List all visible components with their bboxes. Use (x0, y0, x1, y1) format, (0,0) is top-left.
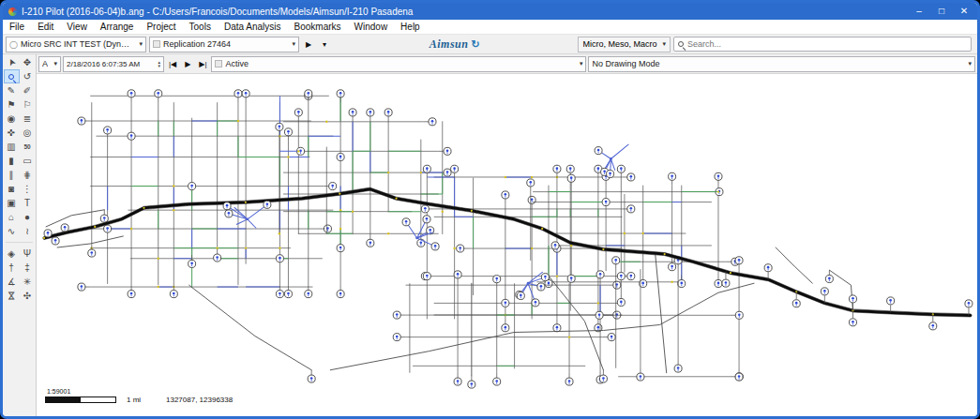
scenario-select[interactable]: ◯ Micro SRC INT TEST (Dynamic Scenario I… (6, 37, 146, 52)
model-level-label: Micro, Meso, Macro (582, 39, 656, 49)
text-tool[interactable]: T (20, 196, 36, 210)
rotate-tool[interactable]: ↺ (20, 69, 36, 83)
menu-item-arrange[interactable]: Arrange (94, 20, 141, 34)
bus-stop-tool[interactable]: ▭ (20, 154, 36, 168)
vertex-tool-icon: ✐ (23, 85, 31, 96)
grid-lines-tool[interactable]: ⋕ (20, 168, 36, 182)
speed-limit-50-tool[interactable]: 50 (20, 140, 36, 154)
polygon-tool[interactable]: ⌂ (4, 210, 20, 224)
skip-back-icon: |◀ (169, 60, 176, 68)
curve-tool[interactable]: ≀ (20, 224, 36, 238)
camera-tool[interactable]: ◙ (4, 182, 20, 196)
lane-tool-icon: ≣ (23, 113, 31, 124)
datetime-stepper[interactable]: 2/18/2016 6:07:35 AM ▴ ▾ (63, 56, 164, 72)
simulation-toolbar: A ▾ 2/18/2016 6:07:35 AM ▴ ▾ |◀ ▶ (37, 54, 977, 74)
pin-tool[interactable]: † (4, 261, 20, 275)
replication-select[interactable]: Replication 27464 ▾ (149, 37, 299, 52)
run-simulation-button[interactable]: ▶ (302, 37, 315, 52)
play-button[interactable]: ▶ (181, 56, 194, 72)
star-tool[interactable]: ✳ (20, 275, 36, 289)
lane-tool[interactable]: ≣ (20, 112, 36, 126)
pan-tool[interactable]: ✥ (20, 55, 36, 69)
datetime-value: 2/18/2016 6:07:35 AM (67, 60, 140, 68)
hourglass-tool-icon: ⋈ (7, 292, 17, 301)
menu-item-project[interactable]: Project (140, 20, 182, 34)
polyline-tool[interactable]: ∿ (4, 224, 20, 238)
skip-to-end-button[interactable]: ▶| (196, 56, 209, 72)
drawing-mode-label: No Drawing Mode (592, 59, 659, 68)
centroid-tool[interactable]: ◉ (4, 112, 20, 126)
vertex-tool[interactable]: ✐ (20, 83, 36, 97)
layer-tool[interactable]: ▣ (4, 196, 20, 210)
play-icon: ▶ (306, 40, 311, 49)
spread-tool[interactable]: ✣ (20, 289, 36, 303)
select-tool[interactable]: ➤ (4, 55, 20, 69)
menu-item-bookmarks[interactable]: Bookmarks (288, 20, 348, 34)
model-level-select[interactable]: Micro, Meso, Macro ▾ (578, 37, 671, 52)
app-icon (8, 7, 17, 16)
fork-tool[interactable]: Ψ (20, 247, 36, 261)
drawing-mode-select[interactable]: No Drawing Mode ▾ (588, 56, 975, 72)
cursor-coordinates: 1327087, 12396338 (166, 396, 233, 404)
curve-tool-icon: ≀ (25, 226, 29, 236)
subnetwork-tool[interactable]: ◈ (4, 247, 20, 261)
signal-tool[interactable]: ⋮ (20, 182, 36, 196)
play-icon: ▶ (185, 60, 190, 68)
angle-tool[interactable]: ∡ (4, 275, 20, 289)
meter-tool[interactable]: ▥ (4, 140, 20, 154)
speed-limit-50-tool-icon: 50 (23, 143, 30, 150)
detector-tool[interactable]: ∥ (4, 168, 20, 182)
minimize-button[interactable]: – (908, 4, 930, 19)
logo-zone: Aimsun ↻ (334, 37, 575, 52)
menu-item-help[interactable]: Help (394, 20, 427, 34)
flag-outline-tool[interactable]: ⚐ (20, 97, 36, 112)
select-tool-icon: ➤ (5, 56, 18, 67)
flag-tool[interactable]: ⚑ (4, 97, 20, 112)
pen-tool[interactable]: ✎ (4, 83, 20, 97)
ellipse-tool[interactable]: ● (20, 210, 36, 224)
camera-tool-icon: ◙ (8, 184, 14, 194)
scale-bar-empty (81, 397, 116, 403)
maximize-button[interactable]: □ (930, 4, 953, 19)
menu-item-tools[interactable]: Tools (183, 20, 218, 34)
chevron-down-icon: ▾ (51, 60, 57, 67)
chevron-down-icon: ▾ (965, 60, 972, 67)
menu-item-data-analysis[interactable]: Data Analysis (218, 20, 288, 34)
annotation-style-select[interactable]: A ▾ (38, 56, 61, 72)
hourglass-tool[interactable]: ⋈ (4, 289, 20, 303)
network-view[interactable]: 1:59001 1 mi 1327087, 12396338 (37, 74, 977, 416)
skip-to-start-button[interactable]: |◀ (166, 56, 179, 72)
menu-item-window[interactable]: Window (348, 20, 395, 34)
run-options-button[interactable]: ▾ (318, 37, 331, 52)
pin-alt-tool[interactable]: ‡ (20, 261, 36, 275)
subnetwork-tool-icon: ◈ (8, 248, 15, 259)
map-scale-unit: 1 mi (127, 396, 141, 404)
main-toolbar: ◯ Micro SRC INT TEST (Dynamic Scenario I… (3, 35, 977, 54)
menu-item-view[interactable]: View (60, 20, 94, 34)
vms-tool-icon: ▮ (8, 156, 14, 166)
view-mode-select[interactable]: Active ▾ (211, 56, 586, 72)
centroid-tool-icon: ◉ (8, 113, 16, 124)
search-box[interactable] (673, 37, 972, 52)
chevron-down-icon: ▾ (659, 40, 666, 48)
scale-bar-filled (45, 397, 81, 403)
text-tool-icon: T (24, 198, 30, 208)
close-button[interactable]: ✕ (953, 4, 975, 19)
chevron-down-icon: ▾ (289, 40, 295, 48)
datetime-spinner[interactable]: ▴ ▾ (158, 60, 160, 67)
signal-tool-icon: ⋮ (23, 184, 32, 194)
vms-tool[interactable]: ▮ (4, 154, 20, 168)
detector-tool-icon: ∥ (9, 170, 14, 180)
menu-item-edit[interactable]: Edit (31, 20, 60, 34)
layer-tool-icon: ▣ (7, 198, 15, 208)
annotation-style-label: A (42, 59, 48, 68)
aimsun-logo: Aimsun (430, 37, 469, 52)
menu-item-file[interactable]: File (3, 20, 31, 34)
chevron-down-icon: ▾ (136, 40, 143, 48)
target-tool[interactable]: ◎ (20, 126, 36, 140)
search-input[interactable] (687, 39, 967, 49)
move-tool[interactable]: ✜ (4, 126, 20, 140)
title-bar[interactable]: I-210 Pilot (2016-06-04)b.ang - C:/Users… (3, 3, 977, 20)
zoom-tool[interactable] (4, 69, 20, 83)
polygon-tool-icon: ⌂ (8, 212, 14, 222)
